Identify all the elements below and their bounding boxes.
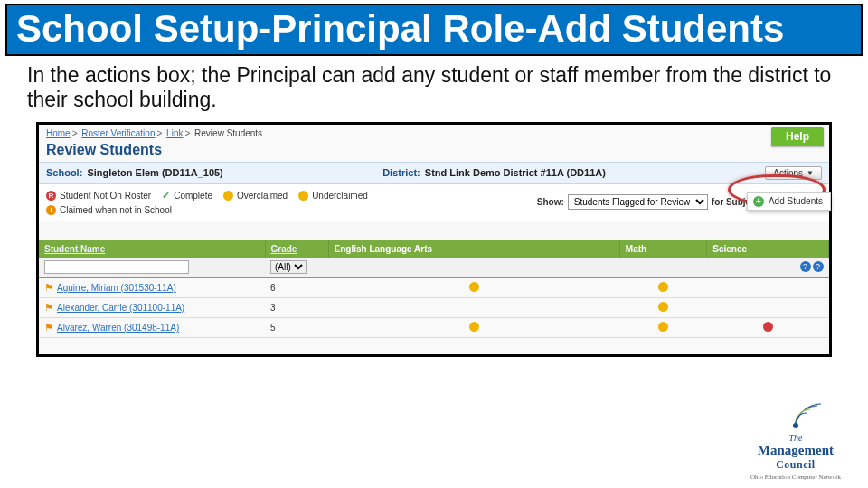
chevron-down-icon: ▼	[807, 169, 814, 177]
slide-title-container: School Setup-Principal Role-Add Students	[5, 4, 863, 56]
legend-overclaimed: Overclaimed	[237, 191, 288, 201]
school-label: School:	[46, 167, 82, 178]
plus-icon: +	[753, 196, 764, 207]
legend-row: RStudent Not On Roster ✓Complete Overcla…	[39, 184, 829, 221]
student-link[interactable]: Aguirre, Miriam (301530-11A)	[57, 283, 176, 293]
logo-sub: Ohio Education Computer Network	[750, 474, 841, 481]
district-value: Stnd Link Demo District #11A (DD11A)	[425, 167, 606, 178]
table-row: ⚑Alvarez, Warren (301498-11A)5	[39, 317, 829, 337]
slide-body-text: In the actions box; the Principal can ad…	[0, 61, 868, 117]
logo-line1: The	[750, 433, 841, 443]
school-value: Singleton Elem (DD11A_105)	[87, 167, 222, 178]
logo-line3: Council	[750, 458, 841, 472]
svg-point-0	[793, 423, 798, 428]
add-students-label: Add Students	[769, 196, 823, 206]
show-label: Show:	[537, 197, 564, 207]
legend-claimed-not-in-school: Claimed when not in School	[60, 205, 172, 215]
status-dot-red-icon: R	[46, 191, 56, 201]
check-icon: ✓	[162, 190, 170, 202]
students-table: Student Name Grade English Language Arts…	[39, 240, 829, 338]
add-students-menu-item[interactable]: + Add Students	[747, 192, 831, 211]
help-icon[interactable]: ?	[800, 261, 811, 272]
student-link[interactable]: Alexander, Carrie (301100-11A)	[57, 303, 184, 313]
col-science: Science	[707, 240, 829, 258]
table-row: ⚑Alexander, Carrie (301100-11A)3	[39, 297, 829, 317]
status-icon	[469, 282, 479, 292]
actions-label: Actions	[773, 168, 803, 178]
student-name-filter[interactable]	[44, 260, 189, 274]
breadcrumb: Home> Roster Verification> Link> Review …	[39, 125, 829, 140]
status-dot-under-icon	[298, 191, 308, 201]
app-screenshot: Help Home> Roster Verification> Link> Re…	[36, 122, 832, 357]
help-icon-2[interactable]: ?	[813, 261, 824, 272]
breadcrumb-home[interactable]: Home	[46, 128, 71, 138]
status-icon	[763, 322, 773, 332]
show-select[interactable]: Students Flagged for Review	[568, 194, 708, 210]
help-button[interactable]: Help	[771, 127, 824, 146]
status-icon	[658, 302, 668, 312]
legend-complete: Complete	[174, 191, 212, 201]
status-dot-yellow-icon	[223, 191, 233, 201]
breadcrumb-roster-verification[interactable]: Roster Verification	[81, 128, 155, 138]
col-math: Math	[619, 240, 706, 258]
flag-icon: ⚑	[44, 282, 53, 293]
col-grade[interactable]: Grade	[271, 244, 297, 254]
status-icon	[658, 322, 668, 332]
district-label: District:	[382, 167, 420, 178]
actions-button[interactable]: Actions ▼	[765, 166, 822, 180]
status-icon	[658, 282, 668, 292]
col-student-name[interactable]: Student Name	[44, 244, 105, 254]
breadcrumb-link[interactable]: Link	[166, 128, 183, 138]
flag-icon: ⚑	[44, 302, 53, 313]
flag-icon: ⚑	[44, 322, 53, 333]
student-link[interactable]: Alvarez, Warren (301498-11A)	[57, 323, 179, 333]
grade-filter[interactable]: (All)	[270, 260, 307, 274]
status-dot-orange-icon: !	[46, 205, 56, 215]
info-bar: School: Singleton Elem (DD11A_105) Distr…	[39, 162, 829, 184]
footer-logo: The Management Council Ohio Education Co…	[750, 389, 841, 481]
status-icon	[469, 322, 479, 332]
breadcrumb-current: Review Students	[194, 128, 262, 138]
legend-underclaimed: Underclaimed	[312, 191, 368, 201]
table-row: ⚑Aguirre, Miriam (301530-11A)6	[39, 277, 829, 298]
logo-line2: Management	[750, 443, 841, 458]
slide-title: School Setup-Principal Role-Add Students	[7, 5, 861, 54]
legend-not-on-roster: Student Not On Roster	[60, 191, 151, 201]
col-ela: English Language Arts	[328, 240, 619, 258]
page-heading: Review Students	[39, 140, 829, 162]
